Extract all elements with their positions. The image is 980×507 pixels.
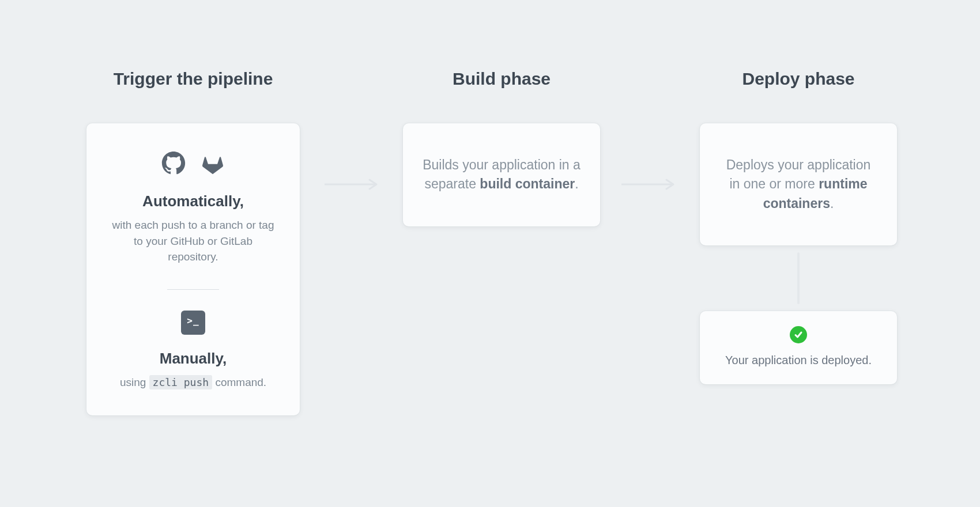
build-suffix: . <box>575 176 578 191</box>
build-bold: build container <box>480 176 575 191</box>
trigger-card: Automatically, with each push to a branc… <box>86 123 300 415</box>
terminal-icon: >_ <box>181 311 205 335</box>
deploy-card: Deploys your application in one or more … <box>700 123 897 245</box>
build-text: Builds your application in a separate bu… <box>423 156 581 194</box>
column-build: Build phase Builds your application in a… <box>386 69 617 226</box>
manual-prefix: using <box>120 376 149 388</box>
column-title-deploy: Deploy phase <box>742 69 854 89</box>
build-card: Builds your application in a separate bu… <box>403 123 600 226</box>
deploy-text: Deploys your application in one or more … <box>719 156 877 213</box>
manual-subtext: using zcli push command. <box>107 374 279 391</box>
divider <box>167 289 219 290</box>
column-title-trigger: Trigger the pipeline <box>114 69 273 89</box>
manual-code: zcli push <box>149 375 213 389</box>
check-icon <box>790 326 807 343</box>
column-title-build: Build phase <box>453 69 551 89</box>
column-trigger: Trigger the pipeline Automatically, with… <box>66 69 320 415</box>
arrow-trigger-to-build <box>320 69 386 192</box>
column-deploy: Deploy phase Deploys your application in… <box>683 69 914 384</box>
deployed-card: Your application is deployed. <box>700 311 897 384</box>
deploy-suffix: . <box>830 196 834 211</box>
github-icon <box>161 151 186 177</box>
pipeline-diagram: Trigger the pipeline Automatically, with… <box>0 0 980 507</box>
manual-suffix: command. <box>212 376 266 388</box>
arrow-right-icon <box>621 179 679 192</box>
deployed-text: Your application is deployed. <box>714 354 883 367</box>
manual-heading: Manually, <box>107 350 279 368</box>
arrow-right-icon <box>325 179 382 192</box>
gitlab-icon <box>201 151 225 177</box>
arrow-build-to-deploy <box>617 69 683 192</box>
auto-heading: Automatically, <box>107 192 279 210</box>
connector-vertical <box>797 252 800 304</box>
auto-subtext: with each push to a branch or tag to you… <box>107 217 279 265</box>
vcs-icon-row <box>107 151 279 177</box>
